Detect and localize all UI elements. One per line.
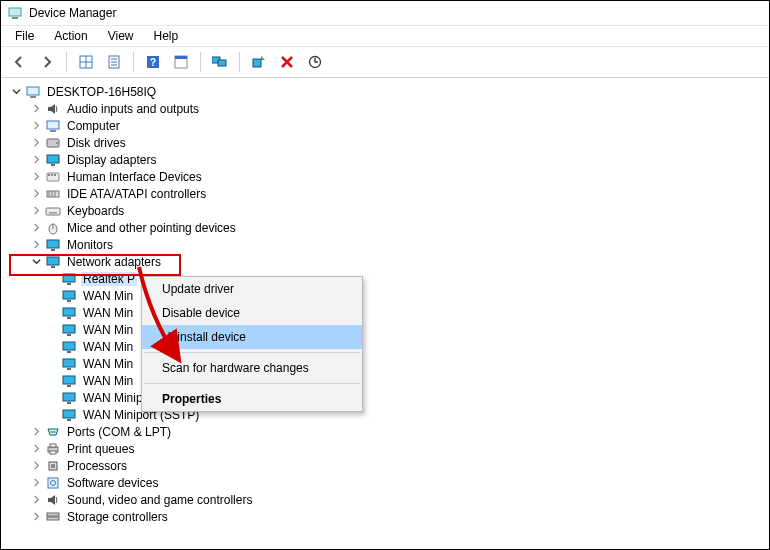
update-driver-button[interactable] xyxy=(303,50,327,74)
monitors-button[interactable] xyxy=(208,50,232,74)
chevron-right-icon[interactable] xyxy=(29,425,43,439)
uninstall-button[interactable] xyxy=(275,50,299,74)
context-menu: Update driver Disable device Uninstall d… xyxy=(141,276,363,412)
show-grid-button[interactable] xyxy=(74,50,98,74)
menu-help[interactable]: Help xyxy=(144,27,189,45)
ctx-disable-device[interactable]: Disable device xyxy=(142,301,362,325)
tree-category[interactable]: Human Interface Devices xyxy=(5,168,769,185)
forward-button[interactable] xyxy=(35,50,59,74)
chevron-right-icon[interactable] xyxy=(29,170,43,184)
printer-icon xyxy=(45,441,61,457)
ctx-item-label: Update driver xyxy=(162,282,234,296)
svg-rect-49 xyxy=(63,342,75,350)
tree-category[interactable]: IDE ATA/ATAPI controllers xyxy=(5,185,769,202)
tree-category[interactable]: Audio inputs and outputs xyxy=(5,100,769,117)
svg-point-59 xyxy=(50,431,52,433)
svg-rect-33 xyxy=(46,208,60,215)
tree-category[interactable]: Storage controllers xyxy=(5,508,769,525)
svg-rect-27 xyxy=(51,174,53,176)
tree-category[interactable]: Disk drives xyxy=(5,134,769,151)
menu-action[interactable]: Action xyxy=(44,27,97,45)
tree-category[interactable]: Ports (COM & LPT) xyxy=(5,423,769,440)
chevron-right-icon[interactable] xyxy=(29,153,43,167)
keyboard-icon xyxy=(45,203,61,219)
tree-device[interactable]: WAN Miniport (SSTP) xyxy=(5,406,769,423)
menu-file[interactable]: File xyxy=(5,27,44,45)
toolbar-separator xyxy=(66,52,67,72)
chevron-right-icon[interactable] xyxy=(29,119,43,133)
svg-rect-14 xyxy=(218,60,226,66)
tree-category[interactable]: Monitors xyxy=(5,236,769,253)
chevron-right-icon[interactable] xyxy=(29,187,43,201)
cpu-icon xyxy=(45,458,61,474)
chevron-right-icon[interactable] xyxy=(29,221,43,235)
help-button[interactable]: ? xyxy=(141,50,165,74)
chevron-right-icon[interactable] xyxy=(29,459,43,473)
tree-category[interactable]: Keyboards xyxy=(5,202,769,219)
tree-device[interactable]: WAN Miniport (PPTP) xyxy=(5,389,769,406)
chevron-right-icon[interactable] xyxy=(29,476,43,490)
network-adapter-icon xyxy=(61,390,77,406)
svg-rect-67 xyxy=(48,478,58,488)
svg-rect-15 xyxy=(253,59,261,67)
chevron-right-icon[interactable] xyxy=(29,136,43,150)
svg-rect-66 xyxy=(51,464,55,468)
svg-rect-46 xyxy=(67,317,71,319)
chevron-right-icon[interactable] xyxy=(29,204,43,218)
tree-category[interactable]: Software devices xyxy=(5,474,769,491)
chevron-right-icon[interactable] xyxy=(29,510,43,524)
tree-device[interactable]: WAN Min xyxy=(5,372,769,389)
svg-text:?: ? xyxy=(150,57,156,68)
tree-category-label: Mice and other pointing devices xyxy=(65,221,238,235)
tree-category-label: Audio inputs and outputs xyxy=(65,102,201,116)
tree-device-label: WAN Min xyxy=(81,357,135,371)
scan-hardware-button[interactable] xyxy=(247,50,271,74)
titlebar: Device Manager xyxy=(1,1,769,26)
disk-icon xyxy=(45,135,61,151)
svg-rect-53 xyxy=(63,376,75,384)
ctx-scan-hardware[interactable]: Scan for hardware changes xyxy=(142,356,362,380)
svg-rect-12 xyxy=(175,56,187,59)
back-button[interactable] xyxy=(7,50,31,74)
network-adapter-icon xyxy=(61,407,77,423)
chevron-right-icon[interactable] xyxy=(29,493,43,507)
tree-category[interactable]: Computer xyxy=(5,117,769,134)
tree-device[interactable]: WAN Min xyxy=(5,304,769,321)
props2-button[interactable] xyxy=(169,50,193,74)
tree-category[interactable]: Display adapters xyxy=(5,151,769,168)
tree-device[interactable]: WAN Min xyxy=(5,287,769,304)
ctx-item-label: Disable device xyxy=(162,306,240,320)
chevron-right-icon[interactable] xyxy=(29,238,43,252)
menu-view[interactable]: View xyxy=(98,27,144,45)
tree-category[interactable]: Print queues xyxy=(5,440,769,457)
svg-rect-70 xyxy=(47,517,59,520)
tree-device[interactable]: Realtek P xyxy=(5,270,769,287)
ctx-properties[interactable]: Properties xyxy=(142,387,362,411)
tree-device[interactable]: WAN Min xyxy=(5,321,769,338)
tree-device-label: Realtek P xyxy=(81,272,137,286)
svg-rect-41 xyxy=(63,274,75,282)
svg-rect-64 xyxy=(50,451,56,454)
tree-device[interactable]: WAN Min xyxy=(5,338,769,355)
ctx-uninstall-device[interactable]: Uninstall device xyxy=(142,325,362,349)
tree-category[interactable]: Sound, video and game controllers xyxy=(5,491,769,508)
chevron-down-icon[interactable] xyxy=(29,255,43,269)
ctx-update-driver[interactable]: Update driver xyxy=(142,277,362,301)
tree-category-label: Human Interface Devices xyxy=(65,170,204,184)
tree-device[interactable]: WAN Min xyxy=(5,355,769,372)
tree-category[interactable]: Processors xyxy=(5,457,769,474)
tree-category[interactable]: Mice and other pointing devices xyxy=(5,219,769,236)
menubar: File Action View Help xyxy=(1,26,769,47)
tree-root[interactable]: DESKTOP-16H58IQ xyxy=(5,83,769,100)
svg-rect-1 xyxy=(12,17,18,19)
chevron-right-icon[interactable] xyxy=(29,102,43,116)
ctx-separator xyxy=(144,383,360,384)
device-tree[interactable]: DESKTOP-16H58IQ Audio inputs and outputs… xyxy=(1,79,769,549)
chevron-right-icon[interactable] xyxy=(29,442,43,456)
tree-category-label: Keyboards xyxy=(65,204,126,218)
chevron-down-icon[interactable] xyxy=(9,85,23,99)
svg-rect-42 xyxy=(67,283,71,285)
properties-button[interactable] xyxy=(102,50,126,74)
tree-category[interactable]: Network adapters xyxy=(5,253,769,270)
svg-rect-51 xyxy=(63,359,75,367)
